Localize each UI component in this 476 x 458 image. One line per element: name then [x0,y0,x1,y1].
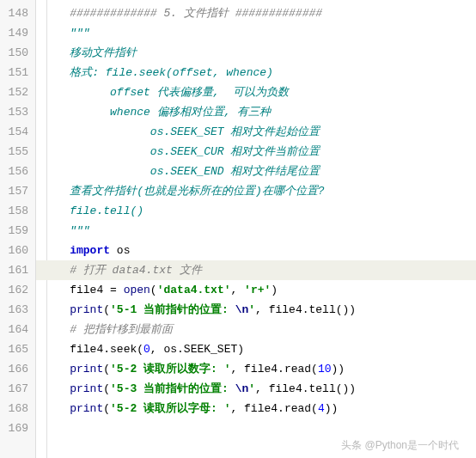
code-line[interactable]: print('5-1 当前指针的位置: \n', file4.tell()) [36,300,476,320]
code-line[interactable]: """ [36,23,476,43]
line-number: 159 [3,221,28,241]
code-line[interactable]: ############# 5. 文件指针 ############# [36,3,476,23]
token-str-b: '5-1 当前指针的位置: [110,303,235,316]
code-line[interactable]: offset 代表偏移量, 可以为负数 [36,82,476,102]
code-line[interactable]: # 打开 data4.txt 文件 [36,260,476,280]
code-line[interactable]: 格式: file.seek(offset, whence) [36,63,476,82]
code-line[interactable]: whence 偏移相对位置, 有三种 [36,102,476,122]
token-id: ( [103,363,110,376]
code-line[interactable]: print('5-2 读取所以字母: ', file4.read(4)) [36,399,476,418]
token-id: file4.seek( [70,343,143,356]
token-id: ( [103,402,110,415]
token-id: )) [332,363,345,376]
token-num: 4 [318,402,325,415]
line-number: 169 [3,418,28,438]
token-str-b: ' [248,303,255,316]
token-docstr: whence 偏移相对位置, 有三种 [70,106,271,119]
token-str-b: '5-2 读取所以数字: ' [110,363,230,376]
code-line[interactable]: os.SEEK_END 相对文件结尾位置 [36,162,476,181]
code-line[interactable] [36,418,476,438]
token-id: , file4.read( [230,363,317,376]
code-line[interactable]: # 把指针移到最前面 [36,320,476,339]
token-num: 10 [318,363,332,376]
token-docstr: """ [70,224,89,237]
token-id: )) [325,402,339,415]
token-id: , file4.tell()) [255,303,356,316]
line-number: 148 [3,3,28,23]
line-number: 150 [3,43,28,63]
token-num: 0 [143,343,150,356]
line-number: 152 [3,82,28,102]
line-number: 158 [3,201,28,221]
token-str-b: 'r+' [244,284,271,296]
code-line[interactable]: 查看文件指针(也就是光标所在的位置)在哪个位置? [36,181,476,201]
token-str-b: 'data4.txt' [157,284,231,296]
code-line[interactable]: print('5-3 当前指针的位置: \n', file4.tell()) [36,379,476,399]
token-id: ) [271,284,278,296]
code-line[interactable]: file4 = open('data4.txt', 'r+') [36,280,476,300]
token-esc: \n [235,303,249,316]
token-docstr: 查看文件指针(也就是光标所在的位置)在哪个位置? [70,185,324,198]
code-line[interactable]: os.SEEK_SET 相对文件起始位置 [36,122,476,142]
line-number: 165 [3,339,28,359]
token-comment: ############# 5. 文件指针 ############# [70,7,322,20]
line-number: 164 [3,320,28,339]
line-number: 154 [3,122,28,142]
line-number: 161 [3,260,28,280]
token-esc: \n [235,382,249,395]
token-docstr: 移动文件指针 [70,46,137,59]
token-docstr: os.SEEK_END 相对文件结尾位置 [70,165,320,178]
code-line[interactable]: print('5-2 读取所以数字: ', file4.read(10)) [36,359,476,379]
line-number: 156 [3,162,28,181]
code-editor[interactable]: 1481491501511521531541551561571581591601… [0,0,476,458]
code-line[interactable]: """ [36,221,476,241]
token-func: print [70,303,103,316]
token-str-b: '5-2 读取所以字母: ' [110,402,230,415]
line-number: 155 [3,142,28,162]
token-id: ( [103,382,110,395]
token-func: print [70,382,103,395]
code-area[interactable]: ############# 5. 文件指针 ############# """ … [36,0,476,458]
token-id: file4 = [70,284,123,296]
line-number: 157 [3,181,28,201]
token-docstr: os.SEEK_CUR 相对文件当前位置 [70,145,320,158]
code-line[interactable]: 移动文件指针 [36,43,476,63]
token-id: , os.SEEK_SET) [150,343,244,356]
code-line[interactable]: import os [36,241,476,260]
code-line[interactable]: file.tell() [36,201,476,221]
token-docstr: 格式: file.seek(offset, whence) [70,66,273,79]
token-func: print [70,363,103,376]
line-number: 166 [3,359,28,379]
token-str-b: '5-3 当前指针的位置: [110,382,235,395]
line-number: 168 [3,399,28,418]
token-kw-blue: import [70,244,110,257]
token-id: , file4.tell()) [255,382,356,395]
line-number: 149 [3,23,28,43]
line-number: 153 [3,102,28,122]
line-number-gutter: 1481491501511521531541551561571581591601… [0,0,36,458]
token-comment: # 打开 data4.txt 文件 [70,264,201,277]
line-number: 160 [3,241,28,260]
line-number: 167 [3,379,28,399]
token-id: os [110,244,130,257]
line-number: 163 [3,300,28,320]
watermark: 头条 @Python是一个时代 [341,438,459,453]
token-id: ( [150,284,157,296]
line-number: 151 [3,63,28,82]
token-docstr: """ [70,27,89,40]
line-number: 162 [3,280,28,300]
token-comment: # 把指针移到最前面 [70,323,173,336]
code-line[interactable]: file4.seek(0, os.SEEK_SET) [36,339,476,359]
token-id: ( [103,303,110,316]
token-id: , file4.read( [230,402,317,415]
token-func: print [70,402,103,415]
token-str-b: ' [248,382,255,395]
token-docstr: offset 代表偏移量, 可以为负数 [70,86,289,99]
token-id: , [231,284,245,296]
token-docstr: os.SEEK_SET 相对文件起始位置 [70,125,320,138]
token-docstr: file.tell() [70,205,143,217]
token-func: open [124,284,150,296]
code-line[interactable]: os.SEEK_CUR 相对文件当前位置 [36,142,476,162]
